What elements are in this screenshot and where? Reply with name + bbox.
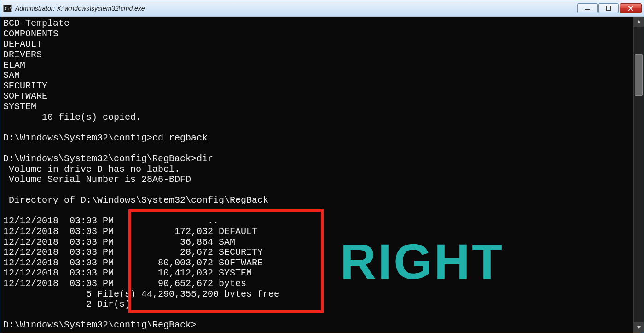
annotation-overlay-text: RIGHT <box>340 237 504 286</box>
vertical-scrollbar[interactable] <box>633 17 644 333</box>
cmd-icon: C:\ <box>3 5 12 12</box>
client-area: BCD-Template COMPONENTS DEFAULT DRIVERS … <box>0 17 644 333</box>
svg-rect-1 <box>606 6 611 10</box>
scroll-down-arrow-icon[interactable] <box>634 322 644 333</box>
window-frame: C:\ Administrator: X:\windows\system32\c… <box>0 0 644 333</box>
close-button[interactable] <box>620 3 642 13</box>
maximize-button[interactable] <box>598 3 619 13</box>
window-title: Administrator: X:\windows\system32\cmd.e… <box>15 5 577 12</box>
minimize-button[interactable] <box>577 3 598 13</box>
scroll-up-arrow-icon[interactable] <box>634 17 644 27</box>
titlebar[interactable]: C:\ Administrator: X:\windows\system32\c… <box>0 0 644 17</box>
scroll-track[interactable] <box>634 27 644 322</box>
svg-rect-0 <box>585 9 590 10</box>
terminal-output[interactable]: BCD-Template COMPONENTS DEFAULT DRIVERS … <box>0 17 633 333</box>
window-controls <box>577 3 642 13</box>
scroll-thumb[interactable] <box>635 54 643 96</box>
